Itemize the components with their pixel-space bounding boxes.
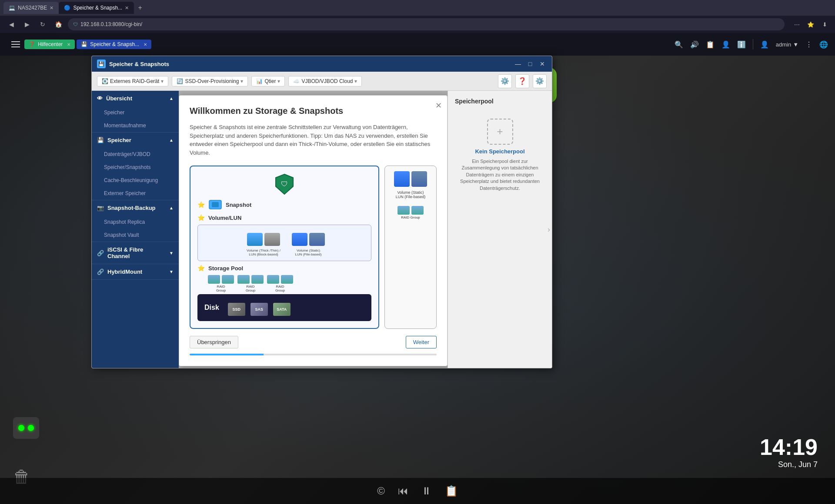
address-bar[interactable]: 🛡 192.168.0.13:8080/cgi-bin/ [68,18,785,30]
progress-bar [190,354,437,355]
taskbar-icon-1[interactable]: © [377,485,385,497]
hamburger-menu[interactable] [7,36,24,53]
search-icon[interactable]: 🔍 [675,40,683,49]
snapshot-label: Snapshot [226,202,251,208]
reload-button[interactable]: ↻ [37,18,49,30]
externes-raid-button[interactable]: 💽 Externes RAID-Gerät ▾ [97,76,168,86]
externes-raid-arrow: ▾ [161,78,164,84]
back-button[interactable]: ◀ [5,18,17,30]
extensions-icon[interactable]: ⋯ [792,19,802,30]
taskbar-icon-4[interactable]: 📋 [445,485,458,497]
download-icon[interactable]: ⬇ [819,19,830,30]
sidebar-item-momentaufnahme[interactable]: Momentaufnahme [92,119,179,132]
help-icon-btn[interactable]: ❓ [515,74,529,88]
ubersicht-chevron: ▲ [169,96,174,101]
window-minimize[interactable]: — [514,60,522,68]
sidebar-section-ubersicht: 👁 Übersicht ▲ Speicher Momentaufnahme [92,91,179,133]
speicher-close[interactable]: ✕ [144,42,147,47]
hilfecenter-close[interactable]: ✕ [67,42,70,47]
next-button[interactable]: Weiter [406,336,437,348]
dialog-title: Willkommen zu Storage & Snapshots [190,106,437,116]
sidebar-header-speicher[interactable]: 💾 Speicher ▲ [92,133,179,148]
qtier-button[interactable]: 📊 Qtier ▾ [251,76,285,86]
iscsi-icon: 🔗 [97,250,104,256]
speicher-snapshots-tab[interactable]: 💾 Speicher & Snapsh... ✕ [77,40,151,49]
vjbod-button[interactable]: ☁️ VJBOD/VJBOD Cloud ▾ [288,76,362,86]
diagram-main: 🛡 ⭐ [190,166,379,329]
window-maximize[interactable]: □ [526,60,534,68]
qtier-icon: 📊 [256,78,263,84]
window-close[interactable]: ✕ [538,60,547,68]
qnap-topbar: ❓ Hilfecenter ✕ 💾 Speicher & Snapsh... ✕… [0,33,835,56]
sidebar-header-snapshot[interactable]: 📷 Snapshot-Backup ▲ [92,200,179,216]
home-button[interactable]: 🏠 [52,18,64,30]
tab-nas[interactable]: 💻 NAS2427BE ✕ [3,2,59,14]
account-icon[interactable]: 👤 [760,40,769,49]
raid-disk-2a [237,275,250,284]
sidebar-item-cache[interactable]: Cache-Beschleunigung [92,174,179,187]
speicher-section-label: Speicher [107,137,131,143]
shield-icon: 🛡 [275,173,294,195]
ubersicht-icon: 👁 [97,95,103,102]
raid-group-3-label: RAIDGroup [275,285,285,292]
speicher-icon: 💾 [81,41,87,47]
sidebar-header-iscsi[interactable]: 🔗 iSCSI & Fibre Channel ▼ [92,242,179,264]
right-panel: Speicherpool + Kein Speicherpool Ein Spe… [448,91,552,368]
static-vol-2 [411,171,427,187]
clock-time: 14:19 [760,436,818,458]
raid-group-right: RAID Group [397,206,424,219]
thick-thin-volume: Volume (Thick /Thin) / LUN (Block-based) [244,233,283,256]
sata-icon: SATA [273,303,291,316]
feature-snapshot: ⭐ Snapshot [197,199,371,211]
tab-speicher[interactable]: 🔵 Speicher & Snapsh... ✕ [59,2,134,14]
skip-button[interactable]: Überspringen [190,336,238,348]
taskbar-icon-2[interactable]: ⏮ [398,485,408,497]
right-panel-expand-arrow[interactable]: › [548,225,550,234]
new-tab-button[interactable]: + [134,2,146,14]
disk-ssd: SSD [228,303,245,316]
global-icon[interactable]: 🌐 [819,40,828,49]
raid-disk-1a [208,275,220,284]
diagram-area: 🛡 ⭐ [190,166,437,329]
dialog-overlay: ✕ Willkommen zu Storage & Snapshots Spei… [179,91,448,368]
sidebar-item-speicher[interactable]: Speicher [92,106,179,119]
user-icon[interactable]: 👤 [721,40,730,49]
more-icon[interactable]: ⋮ [805,40,812,49]
ssd-arrow: ▾ [240,78,243,84]
sidebar-item-snapshot-vault[interactable]: Snapshot Vault [92,229,179,242]
config-icon-btn[interactable]: ⚙️ [533,74,547,88]
disk-types-row: SSD SAS SATA [228,303,291,316]
tab-speicher-close[interactable]: ✕ [125,5,129,11]
volume-icon[interactable]: 🔊 [690,40,699,49]
divider-1 [753,39,753,50]
sidebar-item-snapshot-replica[interactable]: Snapshot Replica [92,216,179,229]
tab-nas-icon: 💻 [9,5,15,11]
tab-nas-label: NAS2427BE [18,5,47,11]
welcome-dialog: ✕ Willkommen zu Storage & Snapshots Spei… [179,95,448,366]
info-icon[interactable]: ℹ️ [737,40,746,49]
browser-actions: ⋯ ⭐ ⬇ [792,19,830,30]
hilfecenter-tab[interactable]: ❓ Hilfecenter ✕ [24,40,75,49]
snapshot-chevron: ▲ [169,206,174,210]
sidebar-header-ubersicht[interactable]: 👁 Übersicht ▲ [92,91,179,106]
dialog-close-button[interactable]: ✕ [435,101,442,110]
tab-nas-close[interactable]: ✕ [50,5,53,11]
taskbar-icon-3[interactable]: ⏸ [421,485,432,497]
robot-mascot [9,417,43,452]
externes-raid-icon: 💽 [102,78,108,84]
raid-group-2: RAIDGroup [237,275,264,292]
sidebar-item-extern[interactable]: Externer Speicher [92,187,179,200]
ssd-over-button[interactable]: 🔄 SSD-Over-Provisioning ▾ [172,76,248,86]
forward-button[interactable]: ▶ [21,18,33,30]
hybrid-icon: 🔗 [97,269,104,275]
sidebar-header-hybridmount[interactable]: 🔗 HybridMount ▼ [92,264,179,279]
sidebar-item-datentrager[interactable]: Datenträger/VJBOD [92,148,179,161]
no-pool-label: Kein Speicherpool [475,148,524,155]
tab-bar: 💻 NAS2427BE ✕ 🔵 Speicher & Snapsh... ✕ + [0,0,835,16]
sidebar-item-speicher-snapshots[interactable]: Speicher/Snapshots [92,161,179,174]
filestation-icon[interactable]: 📋 [706,40,715,49]
admin-label[interactable]: admin ▼ [776,41,798,48]
bookmark-icon[interactable]: ⭐ [805,19,816,30]
settings-icon-btn[interactable]: ⚙️ [498,74,512,88]
static-file-volume: Volume (Static)LUN (File-based) [292,233,325,256]
